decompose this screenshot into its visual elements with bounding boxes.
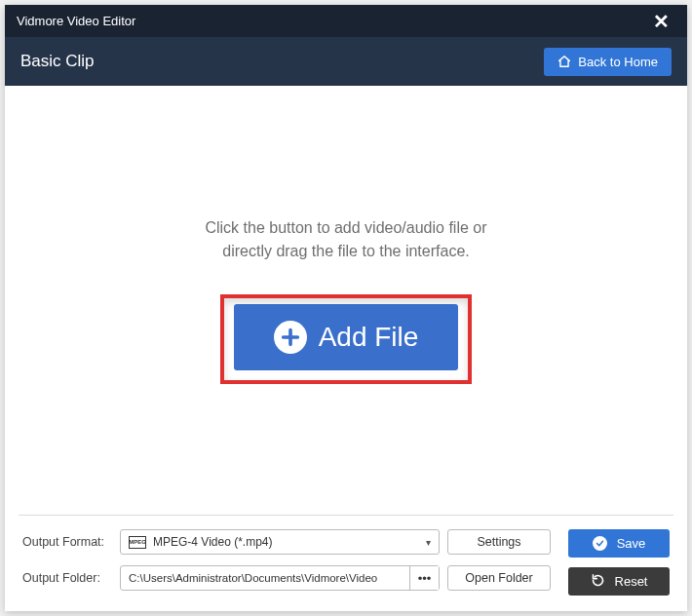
instruction-text: Click the button to add video/audio file… xyxy=(205,216,486,263)
instruction-line1: Click the button to add video/audio file… xyxy=(205,216,486,240)
home-icon xyxy=(557,55,571,68)
page-title: Basic Clip xyxy=(20,52,544,71)
browse-button[interactable]: ••• xyxy=(409,566,439,590)
settings-button[interactable]: Settings xyxy=(447,529,551,555)
back-to-home-label: Back to Home xyxy=(578,55,658,69)
add-file-label: Add File xyxy=(319,322,419,353)
app-window: Vidmore Video Editor ✕ Basic Clip Back t… xyxy=(5,5,687,611)
instruction-line2: directly drag the file to the interface. xyxy=(205,240,486,263)
output-folder-label: Output Folder: xyxy=(22,571,112,585)
output-folder-input[interactable] xyxy=(121,572,409,584)
output-folder-row: Output Folder: ••• Open Folder xyxy=(22,565,551,591)
footer: Output Format: MPEG MPEG-4 Video (*.mp4)… xyxy=(5,516,687,611)
save-label: Save xyxy=(617,536,646,551)
action-buttons: Save Reset xyxy=(568,529,670,596)
add-file-highlight: Add File xyxy=(220,294,472,384)
plus-icon xyxy=(274,321,307,354)
back-to-home-button[interactable]: Back to Home xyxy=(544,48,672,76)
header: Basic Clip Back to Home xyxy=(5,37,687,86)
output-format-label: Output Format: xyxy=(22,535,112,549)
output-format-select[interactable]: MPEG MPEG-4 Video (*.mp4) ▾ xyxy=(120,529,440,555)
output-format-row: Output Format: MPEG MPEG-4 Video (*.mp4)… xyxy=(22,529,551,555)
reset-icon xyxy=(591,573,605,591)
ellipsis-icon: ••• xyxy=(418,571,432,586)
add-file-button[interactable]: Add File xyxy=(234,304,458,370)
chevron-down-icon: ▾ xyxy=(426,537,431,548)
video-file-icon: MPEG xyxy=(129,536,146,549)
open-folder-button[interactable]: Open Folder xyxy=(447,565,551,591)
save-button[interactable]: Save xyxy=(568,529,670,558)
output-folder-field: ••• xyxy=(120,565,440,591)
reset-label: Reset xyxy=(615,574,648,589)
titlebar: Vidmore Video Editor ✕ xyxy=(5,5,687,37)
output-format-value: MPEG-4 Video (*.mp4) xyxy=(153,535,426,549)
reset-button[interactable]: Reset xyxy=(568,567,670,596)
main-area[interactable]: Click the button to add video/audio file… xyxy=(5,86,687,515)
check-icon xyxy=(593,536,607,551)
close-icon[interactable]: ✕ xyxy=(647,10,675,33)
app-title: Vidmore Video Editor xyxy=(17,14,647,28)
